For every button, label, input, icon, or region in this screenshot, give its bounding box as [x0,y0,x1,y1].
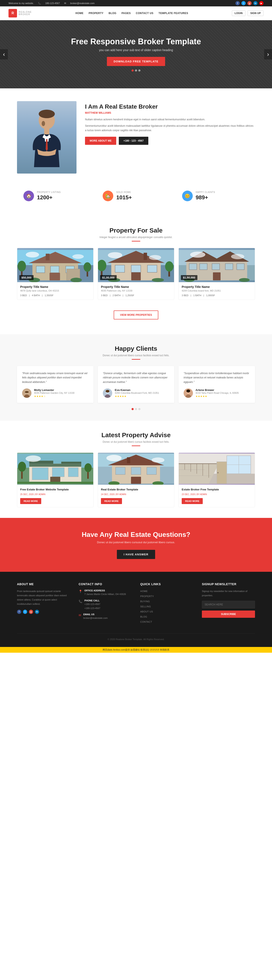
footer-about-text: Proin tanleosuada quisusit quisuet ocian… [17,589,70,606]
view-more-wrap: VIEW MORE PROPERTIES [0,306,272,330]
svg-rect-71 [52,468,64,477]
hero-next-arrow[interactable]: › [264,49,272,59]
property-beds-3: 3 BED [182,294,188,297]
footer-linkedin-icon[interactable]: in [35,610,39,614]
footer-link-selling[interactable]: SELLING [140,605,193,608]
stat-num-listing: 1200+ [37,194,61,201]
footer-facebook-icon[interactable]: f [17,610,21,614]
author-addr-1: 4035 Patterson Garden City, NY 11530 [34,391,74,394]
hero-dot-3[interactable] [138,69,141,72]
nav-auth: LOGIN SIGN UP [232,10,264,16]
footer-address-text: OFFICE ADDRESS 7 James Martin Circle Hil… [84,589,126,596]
signup-link[interactable]: SIGN UP [248,10,264,16]
hero-dot-2[interactable] [135,69,137,72]
svg-rect-29 [131,265,141,272]
facebook-icon[interactable]: f [236,1,240,5]
property-info-1: Property Title Name 4876 Qully lane colu… [17,282,93,300]
footer-link-about[interactable]: ABOUT US [140,610,193,613]
hero-prev-arrow[interactable]: ‹ [0,49,8,59]
footer-link-home[interactable]: HOME [140,589,193,593]
property-baths-1: 4 BATH [32,294,40,297]
author-name-3: Arlene Brewer [196,388,239,391]
stat-text-sold: SOLD HOME 1015+ [116,191,132,201]
phone-number: 180-123-4567 [45,2,60,5]
footer-address-item: 📍 OFFICE ADDRESS 7 James Martin Circle H… [79,589,132,596]
stat-icon-listing: 🏠 [24,191,34,201]
footer-twitter-icon[interactable]: t [23,610,27,614]
testimonial-card-3: "Suspendisse ultrices tortor tortollente… [179,366,255,403]
hero-dot-1[interactable] [131,69,134,72]
svg-rect-86 [131,468,141,475]
property-beds-2: 3 BED [101,294,108,297]
footer-link-property[interactable]: PROPERTY [140,594,193,598]
blog-readmore-2[interactable]: READ MORE [101,498,122,504]
svg-rect-88 [131,477,141,484]
property-price-2: $1,00,000 [100,275,117,280]
view-more-properties-button[interactable]: VIEW MORE PROPERTIES [114,310,158,320]
logo-text: Realone BROKER [19,11,32,16]
svg-rect-67 [29,464,81,467]
testimonial-dot-3[interactable] [138,408,141,410]
svg-point-57 [25,391,29,393]
stats-section: 🏠 PROPERTY LISTING 1200+ 🏡 SOLD HOME 101… [0,186,272,216]
footer-about-heading: About Me [17,582,70,586]
property-addr-2: 4035 Patterson city, NY 11530 [101,290,171,292]
youtube-icon[interactable]: ▶ [259,1,264,5]
phone-button[interactable]: +180 - 123 - 4567 [119,137,148,145]
footer-link-buying[interactable]: BUYING [140,600,193,603]
linkedin-icon[interactable]: in [253,1,258,5]
login-link[interactable]: LOGIN [232,10,245,16]
svg-point-91 [106,455,122,461]
twitter-icon[interactable]: t [241,1,246,5]
testimonial-author-3: Arlene Brewer 4210 Tahu Patch Road Chica… [183,388,250,398]
footer-link-blog[interactable]: BLOG [140,615,193,618]
property-specs-2: 3 BED | 2 BATH | 1,250SF [101,294,171,297]
svg-rect-47 [212,264,220,270]
testimonial-author-2: Eva Keenan 4284 Columbia Boulevard Fork,… [103,388,169,398]
testimonial-text-1: "Proin sedmalesuada nequeu ornare loremu… [22,371,89,384]
blog-card-3: Estate Broker Free Template 23 DEC, 2020… [179,452,255,507]
blog-readmore-1[interactable]: READ MORE [20,498,41,504]
footer-newsletter-heading: Signup Newsletter [202,582,255,586]
cta-answer-button[interactable]: I HAVE ANSWER [117,550,155,559]
clients-divider [132,359,140,360]
avatar-svg-1 [22,388,32,398]
about-para2: Senmentumurotitur acelit bibendum malesu… [85,124,255,132]
svg-rect-45 [189,264,197,270]
blog-readmore-3[interactable]: READ MORE [182,498,203,504]
nav-contact[interactable]: CONTACT US [136,12,153,15]
property-img-2: $1,00,000 [98,248,174,282]
section-divider [132,241,140,242]
property-section-subtext: Integer feugist a arcuid ultriculest ali… [17,236,255,239]
property-title-2: Property Title Name [101,285,171,288]
blog-info-3: Estate Broker Free Template 23 DEC, 2020… [179,485,255,507]
hero-cta-button[interactable]: DOWNLOAD FREE TEMPLATE [107,57,165,66]
property-sqft-1: 1,550SF [44,294,54,297]
broker-photo [17,101,76,173]
blog-date-1: 25 DEC, 2020 [20,493,33,496]
nav-blog[interactable]: BLOG [109,12,117,15]
property-price-1: $50,000 [19,275,33,280]
broker-name: MATTHEW WILLIAMS [85,111,255,115]
svg-point-60 [106,390,109,393]
author-avatar-1 [22,388,32,398]
googleplus-icon[interactable]: g [247,1,251,5]
footer-link-contact[interactable]: CONTACT [140,620,193,623]
about-me-button[interactable]: MORE ABOUT ME [85,137,116,145]
nav-features[interactable]: TEMPLATE FEATURES [158,12,188,15]
testimonial-dot-2[interactable] [135,408,137,410]
footer-googleplus-icon[interactable]: g [29,610,33,614]
nav-property[interactable]: PROPERTY [89,12,103,15]
stat-num-sold: 1015+ [116,194,132,201]
bottom-notice-text: 网页由idc.fenlioo.com提供 如需建站 联系QQ: 计计计计 和我联… [103,648,169,651]
newsletter-input[interactable] [202,601,255,608]
nav-home[interactable]: HOME [76,12,84,15]
nav-pages[interactable]: PAGES [122,12,131,15]
subscribe-button[interactable]: SUBSCRIBE [202,611,255,618]
blog-author-1: ADMIN [38,493,45,496]
testimonial-dot-1[interactable] [131,408,134,410]
footer-copyright: © 2020 Realone Broker Template. All Righ… [108,638,164,641]
blog-info-1: Free Estate Broker Website Template 25 D… [17,485,93,507]
svg-rect-10 [36,266,45,272]
blog-meta-1: 25 DEC, 2020 | BY ADMIN [20,493,90,496]
